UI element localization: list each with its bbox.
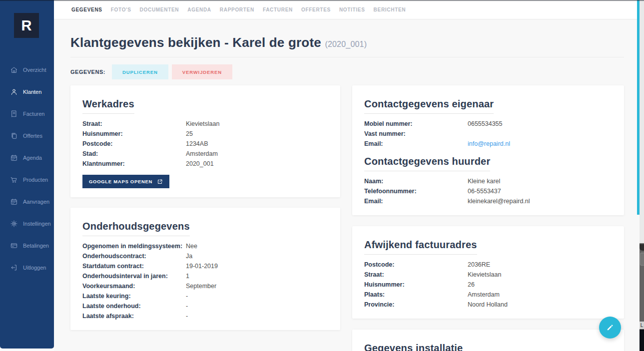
background-window-sliver: L bbox=[640, 243, 644, 330]
calendar-icon bbox=[10, 154, 18, 162]
sidebar-item-label: Klanten bbox=[23, 89, 41, 95]
detail-row: Provincie:Noord Holland bbox=[364, 300, 612, 310]
tab-notities[interactable]: NOTITIES bbox=[339, 7, 365, 12]
logout-icon bbox=[10, 264, 18, 272]
detail-row: Onderhoudscontract:Ja bbox=[82, 251, 328, 261]
page-title-text: Klantgegevens bekijken - Karel de grote bbox=[70, 35, 321, 50]
card-contactgegevens: Contactgegevens eigenaar Mobiel nummer:0… bbox=[352, 85, 624, 215]
detail-row: Plaats:Amsterdam bbox=[364, 290, 612, 300]
detail-row: Klantnummer:2020_001 bbox=[82, 159, 328, 169]
customer-number: (2020_001) bbox=[325, 40, 367, 48]
pencil-icon bbox=[606, 323, 615, 332]
detail-row: Straat:Kievietslaan bbox=[82, 119, 328, 129]
sidebar-item-instellingen[interactable]: Instellingen bbox=[0, 213, 54, 235]
background-window-label: L bbox=[640, 322, 644, 329]
detail-row: Vast nummer: bbox=[364, 129, 612, 139]
card-onderhoudsgegevens: Onderhoudsgegevens Opgenomen in meldings… bbox=[70, 208, 340, 330]
detail-rows: Mobiel nummer:0655534355 Vast nummer: Em… bbox=[364, 119, 612, 149]
external-link-icon bbox=[157, 179, 163, 185]
detail-row: Straat:Kievietslaan bbox=[364, 270, 612, 280]
tab-bar: GEGEVENS FOTO'S DOCUMENTEN AGENDA RAPPOR… bbox=[54, 0, 640, 19]
invoice-icon bbox=[10, 110, 18, 118]
detail-row: Huisnummer:25 bbox=[82, 129, 328, 139]
calendar-icon bbox=[10, 198, 18, 206]
detail-row: Stad:Amsterdam bbox=[82, 149, 328, 159]
detail-row: Laatste onderhoud:- bbox=[82, 301, 328, 311]
cart-icon bbox=[10, 176, 18, 184]
sidebar-item-label: Aanvragen bbox=[23, 199, 49, 205]
detail-row: Email:kleinekarel@repaird.nl bbox=[364, 196, 612, 206]
left-column: Werkadres Straat:Kievietslaan Huisnummer… bbox=[70, 85, 340, 330]
duplicate-button[interactable]: DUPLICEREN bbox=[112, 64, 168, 79]
home-icon bbox=[10, 66, 18, 74]
logo-letter: R bbox=[21, 17, 32, 34]
card-title: Onderhoudsgegevens bbox=[82, 221, 190, 236]
sidebar: R Overzicht Klanten Facturen Offertes Ag… bbox=[0, 0, 54, 349]
scrollbar-thumb[interactable] bbox=[637, 0, 640, 215]
background-strip-top bbox=[640, 0, 644, 243]
detail-row: Startdatum contract:19-01-2019 bbox=[82, 261, 328, 271]
user-icon bbox=[10, 88, 18, 96]
tab-offertes[interactable]: OFFERTES bbox=[301, 7, 331, 12]
sidebar-item-label: Instellingen bbox=[23, 221, 51, 227]
card-installatie: Gegevens installatie bbox=[352, 330, 624, 351]
card-title: Contactgegevens eigenaar bbox=[364, 98, 494, 114]
sidebar-item-facturen[interactable]: Facturen bbox=[0, 103, 54, 125]
sidebar-item-offertes[interactable]: Offertes bbox=[0, 125, 54, 147]
card-title: Afwijkend factuuradres bbox=[364, 239, 477, 255]
sidebar-item-label: Offertes bbox=[23, 133, 42, 139]
card-title: Gegevens installatie bbox=[364, 343, 463, 351]
email-link[interactable]: info@repaird.nl bbox=[468, 139, 510, 149]
tab-gegevens[interactable]: GEGEVENS bbox=[71, 7, 102, 12]
detail-rows: Postcode:2036RE Straat:Kievietslaan Huis… bbox=[364, 260, 612, 310]
detail-rows: Naam:Kleine karel Telefoonnummer:06-5553… bbox=[364, 176, 612, 206]
detail-row: Telefoonnummer:06-5553437 bbox=[364, 186, 612, 196]
google-maps-button[interactable]: GOOGLE MAPS OPENEN bbox=[82, 175, 169, 188]
sidebar-item-uitloggen[interactable]: Uitloggen bbox=[0, 257, 54, 279]
cards-grid: Werkadres Straat:Kievietslaan Huisnummer… bbox=[70, 85, 624, 351]
detail-row: Onderhoudsinterval in jaren:1 bbox=[82, 271, 328, 281]
sidebar-item-klanten[interactable]: Klanten bbox=[0, 81, 54, 103]
detail-row: Huisnummer:26 bbox=[364, 280, 612, 290]
title-divider bbox=[70, 57, 624, 57]
detail-row: Opgenomen in meldingssysteem:Nee bbox=[82, 241, 328, 251]
sidebar-nav: Overzicht Klanten Facturen Offertes Agen… bbox=[0, 59, 54, 279]
app-logo[interactable]: R bbox=[14, 13, 39, 38]
card-werkadres: Werkadres Straat:Kievietslaan Huisnummer… bbox=[70, 85, 340, 197]
background-window-strip: L bbox=[640, 0, 644, 351]
detail-row: Laatste keuring:- bbox=[82, 291, 328, 301]
tab-agenda[interactable]: AGENDA bbox=[187, 7, 211, 12]
detail-row: Postcode:1234AB bbox=[82, 139, 328, 149]
detail-rows: Opgenomen in meldingssysteem:Nee Onderho… bbox=[82, 241, 328, 321]
sidebar-item-label: Facturen bbox=[23, 111, 44, 117]
actions-row: GEGEVENS: DUPLICEREN VERWIJDEREN bbox=[70, 64, 624, 79]
tab-facturen[interactable]: FACTUREN bbox=[263, 7, 293, 12]
tab-rapporten[interactable]: RAPPORTEN bbox=[220, 7, 254, 12]
right-column: Contactgegevens eigenaar Mobiel nummer:0… bbox=[352, 85, 624, 351]
tab-documenten[interactable]: DOCUMENTEN bbox=[140, 7, 179, 12]
detail-row: Postcode:2036RE bbox=[364, 260, 612, 270]
sidebar-item-overzicht[interactable]: Overzicht bbox=[0, 59, 54, 81]
page-title: Klantgegevens bekijken - Karel de grote … bbox=[70, 35, 624, 50]
sidebar-item-label: Overzicht bbox=[23, 67, 46, 73]
detail-row: Mobiel nummer:0655534355 bbox=[364, 119, 612, 129]
background-strip-bottom bbox=[640, 330, 644, 351]
sidebar-item-label: Agenda bbox=[23, 155, 42, 161]
tab-berichten[interactable]: BERICHTEN bbox=[374, 7, 406, 12]
background-window-knob bbox=[640, 244, 644, 251]
background-window-slot bbox=[640, 253, 644, 266]
copy-icon bbox=[10, 132, 18, 140]
edit-fab-button[interactable] bbox=[599, 317, 621, 339]
sidebar-item-agenda[interactable]: Agenda bbox=[0, 147, 54, 169]
sidebar-item-betalingen[interactable]: Betalingen bbox=[0, 235, 54, 257]
card-title: Werkadres bbox=[82, 98, 134, 114]
gear-icon bbox=[10, 220, 18, 228]
sidebar-item-label: Producten bbox=[23, 177, 48, 183]
sidebar-item-label: Uitloggen bbox=[23, 265, 46, 271]
tab-fotos[interactable]: FOTO'S bbox=[111, 7, 131, 12]
sidebar-item-label: Betalingen bbox=[23, 243, 49, 249]
card-title: Contactgegevens huurder bbox=[364, 156, 490, 171]
delete-button[interactable]: VERWIJDEREN bbox=[172, 64, 232, 79]
sidebar-item-aanvragen[interactable]: Aanvragen bbox=[0, 191, 54, 213]
sidebar-item-producten[interactable]: Producten bbox=[0, 169, 54, 191]
